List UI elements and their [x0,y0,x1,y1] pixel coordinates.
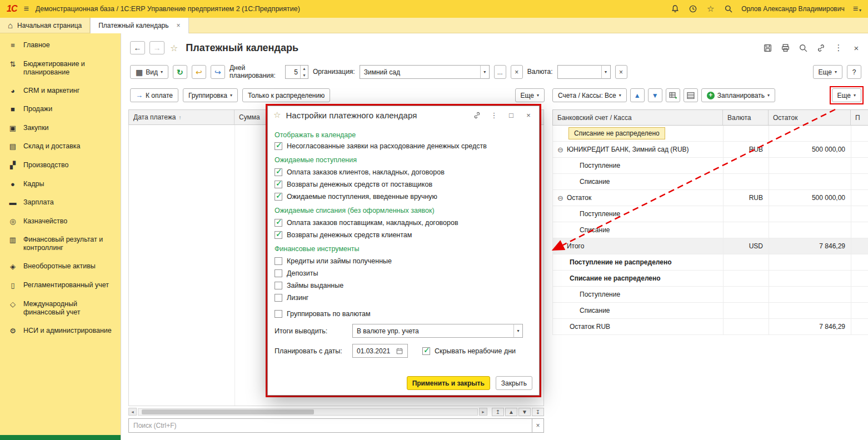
column-header-balance[interactable]: Остаток [769,110,851,125]
column-header-date[interactable]: Дата платежа↑ [129,110,235,124]
user-menu-icon[interactable]: ≡▾ [853,4,861,14]
table-row[interactable]: Остаток RUB 7 846,29 [552,319,868,335]
hide-nonworking-checkbox-row[interactable]: Скрывать нерабочие дни [422,347,516,355]
plan-date-input[interactable]: 01.03.2021 [352,344,408,358]
sidebar-item-treasury[interactable]: ◎Казначейство [0,212,121,231]
back-button[interactable]: ← [130,41,145,54]
scroll-right-icon[interactable]: ► [479,408,487,416]
sidebar-item-hr[interactable]: ●Кадры [0,175,121,194]
close-button[interactable]: Закрыть [496,376,532,390]
sidebar-item-crm[interactable]: ◕CRM и маркетинг [0,82,121,101]
notifications-bell-icon[interactable] [670,4,680,14]
go-last-icon[interactable]: ↧ [532,408,544,416]
sidebar-item-noncurrent-assets[interactable]: ◈Внеоборотные активы [0,257,121,276]
page-down-icon[interactable]: ▼ [518,408,531,416]
table-row[interactable]: Списание [552,174,868,190]
collapse-icon[interactable]: ⊖ [557,242,563,251]
sidebar-item-purchases[interactable]: ▣Закупки [0,119,121,138]
planning-days-stepper[interactable]: 5 ▲▼ [285,65,308,79]
column-header-account[interactable]: Банковский счет / Касса [553,110,723,125]
checkbox[interactable] [275,142,282,150]
checkbox-row[interactable]: Лизинг [275,294,531,302]
checkbox[interactable] [275,168,282,176]
favorite-star-icon[interactable]: ☆ [170,43,178,53]
table-row[interactable]: Списание не распределено [552,126,868,142]
checkbox[interactable] [275,269,282,277]
collapse-icon[interactable]: ⊖ [557,146,563,154]
scroll-thumb[interactable] [142,409,314,414]
sidebar-item-production[interactable]: ▞Производство [0,156,121,175]
column-header-currency[interactable]: Валюта [723,110,769,125]
get-link-icon[interactable] [816,43,826,53]
currency-clear-icon[interactable]: × [615,65,627,79]
organization-combo[interactable]: Зимний сад ▾ [360,65,490,79]
sidebar-item-budgeting[interactable]: ⇅Бюджетирование и планирование [0,55,121,82]
selected-cell[interactable]: Списание не распределено [568,127,665,139]
sidebar-item-payroll[interactable]: ▬Зарплата [0,193,121,212]
column-header-p[interactable]: П [851,110,868,125]
checkbox[interactable] [422,347,430,355]
move-down-button[interactable]: ▼ [648,88,662,102]
organization-choose-button[interactable]: ... [494,65,506,79]
currency-value[interactable] [557,65,602,79]
totals-combo[interactable]: В валюте упр. учета ▾ [352,324,523,338]
plan-date-value[interactable]: 01.03.2021 [357,347,390,355]
checkbox[interactable] [275,231,282,239]
sidebar-item-main[interactable]: ≡Главное [0,36,121,55]
tab-payment-calendar[interactable]: Платежный календарь × [90,18,188,33]
main-menu-icon[interactable]: ≡ [23,4,28,14]
table-row[interactable]: ⊖Остаток RUB 500 000,00 [552,190,868,206]
sidebar-item-warehouse[interactable]: ▤Склад и доставка [0,137,121,156]
search-document-icon[interactable] [798,43,808,53]
favorite-star-icon[interactable]: ☆ [273,110,281,120]
save-icon[interactable] [762,43,772,53]
accounts-more-button[interactable]: Еще▾ [832,88,861,102]
history-clock-icon[interactable] [688,4,697,14]
scroll-track[interactable] [138,408,478,416]
grouping-button[interactable]: Группировка▾ [183,88,238,102]
stepper-up-icon[interactable]: ▲ [301,66,308,72]
organization-clear-icon[interactable]: × [511,65,523,79]
move-up-button[interactable]: ▲ [630,88,645,102]
checkbox-row[interactable]: Несогласованные заявки на расходование д… [275,142,531,150]
sidebar-item-nsi-admin[interactable]: ⚙НСИ и администрирование [0,322,121,341]
search-clear-icon[interactable]: × [532,418,544,433]
close-dialog-icon[interactable]: × [523,110,533,120]
to-pay-button[interactable]: →К оплате [130,88,178,102]
apply-and-close-button[interactable]: Применить и закрыть [407,376,490,390]
toolbar-more-button[interactable]: Еще▾ [813,65,842,79]
calendar-icon[interactable] [395,346,405,356]
checkbox[interactable] [275,181,282,188]
search-icon[interactable] [724,4,733,14]
checkbox-row[interactable]: Ожидаемые поступления, введенные вручную [275,193,531,201]
go-first-icon[interactable]: ↥ [492,408,504,416]
checkbox-row[interactable]: Займы выданные [275,282,531,289]
print-icon[interactable] [780,43,790,53]
tab-home[interactable]: ⌂ Начальная страница [0,18,90,33]
checkbox[interactable] [275,310,282,318]
table-row[interactable]: ⊖ЮНИКРЕДИТ БАНК, Зимний сад (RUB) RUB 50… [552,142,868,158]
view-button[interactable]: ▦Вид▾ [130,65,168,79]
tab-close-icon[interactable]: × [177,22,181,29]
forward-button[interactable]: → [149,41,164,54]
sidebar-item-regulated-accounting[interactable]: ▯Регламентированный учет [0,276,121,295]
search-input[interactable] [128,418,532,433]
organization-value[interactable]: Зимний сад [360,65,481,79]
refresh-button[interactable]: ↻ [173,65,187,79]
chevron-down-icon[interactable]: ▾ [480,65,490,79]
help-button[interactable]: ? [847,65,861,79]
totals-value[interactable]: В валюте упр. учета [352,324,514,338]
accounts-filter-button[interactable]: Счета / Кассы: Все▾ [552,88,627,102]
chevron-down-icon[interactable]: ▾ [513,324,523,338]
table-row[interactable]: Поступление [552,206,868,222]
checkbox[interactable] [275,219,282,227]
sidebar-item-ifrs[interactable]: ◇Международный финансовый учет [0,295,121,322]
table-row[interactable]: Поступление [552,287,868,303]
table-row-total[interactable]: ⊖Итого USD 7 846,29 [552,238,868,254]
checkbox[interactable] [275,193,282,201]
table-row[interactable]: Списание [552,303,868,319]
table-settings-button[interactable] [684,88,698,102]
favorites-star-icon[interactable]: ☆ [706,4,715,14]
table-row[interactable]: Поступление [552,158,868,174]
get-link-icon[interactable] [472,110,482,120]
